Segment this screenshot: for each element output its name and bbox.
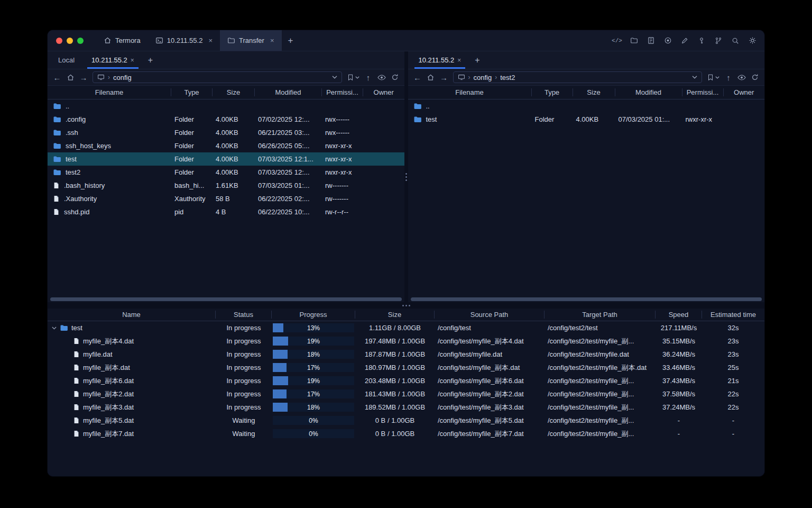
file-row[interactable]: testFolder4.00KB07/03/2025 12:1...rwxr-x… [48, 152, 404, 166]
search-icon[interactable] [731, 36, 740, 46]
close-tab-icon[interactable]: × [457, 57, 461, 64]
column-header-size[interactable]: Size [573, 88, 615, 96]
column-header-permissions[interactable]: Permissi... [682, 88, 724, 96]
close-window-button[interactable] [56, 38, 62, 44]
new-panel-tab-button[interactable]: + [469, 51, 485, 69]
new-tab-button[interactable]: + [282, 30, 300, 51]
log-icon[interactable] [646, 36, 656, 46]
computer-icon [97, 74, 105, 81]
code-icon[interactable]: </> [612, 36, 622, 46]
path-breadcrumb[interactable]: › config [93, 71, 342, 83]
settings-icon[interactable] [748, 36, 757, 46]
file-row[interactable]: sshd.pidpid4 B06/22/2025 10:...rw-r--r-- [48, 205, 404, 219]
file-row[interactable]: test2Folder4.00KB07/03/2025 12:...rwxr-x… [48, 166, 404, 179]
file-row[interactable]: .XauthorityXauthority58 B06/22/2025 02:.… [48, 192, 404, 205]
file-row[interactable]: .configFolder4.00KB07/02/2025 12:...rwx-… [48, 113, 404, 126]
show-hidden-button[interactable] [737, 72, 746, 83]
new-panel-tab-button[interactable]: + [143, 51, 158, 69]
filename-cell: test [408, 115, 532, 124]
path-dropdown-icon[interactable] [332, 76, 337, 79]
column-header-owner[interactable]: Owner [724, 88, 765, 96]
tab-transfer[interactable]: Transfer × [220, 30, 282, 51]
close-tab-icon[interactable]: × [270, 37, 274, 44]
key-icon[interactable] [697, 36, 706, 46]
file-row[interactable]: .sshFolder4.00KB06/21/2025 03:...rwx----… [48, 126, 404, 139]
permissions-cell: rw------- [322, 195, 363, 203]
path-segment[interactable]: test2 [500, 74, 515, 81]
home-button[interactable] [66, 72, 75, 83]
forward-button[interactable]: → [440, 72, 448, 83]
bookmark-button[interactable] [707, 74, 719, 81]
refresh-button[interactable] [391, 72, 399, 83]
home-button[interactable] [427, 72, 435, 83]
transfer-row[interactable]: myfile_副本.datIn progress17%180.97MB / 1.… [48, 361, 764, 374]
tab-local[interactable]: Local [50, 51, 83, 69]
column-header-modified[interactable]: Modified [255, 88, 322, 96]
progress-label: 0% [273, 429, 354, 438]
path-segment[interactable]: config [474, 74, 492, 81]
path-dropdown-icon[interactable] [692, 76, 697, 79]
close-tab-icon[interactable]: × [208, 37, 213, 44]
record-icon[interactable] [663, 36, 672, 46]
close-tab-icon[interactable]: × [131, 57, 134, 64]
tab-termora[interactable]: Termora [96, 30, 148, 51]
up-directory-button[interactable]: ↑ [364, 72, 373, 83]
transfer-row[interactable]: testIn progress13%1.11GB / 8.00GB/config… [48, 321, 764, 334]
column-header-size[interactable]: Size [213, 88, 255, 96]
bookmark-button[interactable] [347, 74, 359, 81]
column-header-owner[interactable]: Owner [363, 88, 404, 96]
path-segment[interactable]: config [113, 74, 132, 81]
column-header-source-path[interactable]: Source Path [435, 311, 545, 319]
minimize-window-button[interactable] [67, 38, 73, 44]
horizontal-scrollbar[interactable] [411, 297, 762, 301]
tab-remote-10-211-55-2[interactable]: 10.211.55.2 × [410, 51, 470, 69]
up-directory-button[interactable]: ↑ [724, 72, 733, 83]
column-header-filename[interactable]: Filename [408, 88, 532, 96]
transfer-item-name: myfile.dat [83, 350, 113, 358]
chevron-down-icon[interactable] [52, 326, 57, 330]
column-header-size[interactable]: Size [355, 311, 435, 319]
column-header-progress[interactable]: Progress [272, 311, 355, 319]
transfer-row[interactable]: myfile_副本4.datIn progress19%197.48MB / 1… [48, 334, 764, 348]
transfer-row[interactable]: myfile_副本6.datIn progress19%203.48MB / 1… [48, 374, 764, 387]
transfer-row[interactable]: myfile_副本5.datWaiting0%0 B / 1.00GB/conf… [48, 414, 764, 427]
pen-icon[interactable] [680, 36, 689, 46]
tab-remote-10-211-55-2[interactable]: 10.211.55.2 × [83, 51, 143, 69]
transfer-row[interactable]: myfile_副本2.datIn progress17%181.43MB / 1… [48, 387, 764, 401]
back-button[interactable]: ← [413, 72, 422, 83]
column-header-type[interactable]: Type [532, 88, 573, 96]
transfer-row[interactable]: myfile.datIn progress18%187.87MB / 1.00G… [48, 348, 764, 361]
vertical-splitter[interactable] [404, 51, 408, 302]
horizontal-scrollbar[interactable] [50, 297, 402, 301]
column-header-speed[interactable]: Speed [656, 311, 702, 319]
column-header-status[interactable]: Status [216, 311, 272, 319]
file-row[interactable]: .. [408, 99, 765, 113]
back-button[interactable]: ← [53, 72, 61, 83]
column-header-target-path[interactable]: Target Path [545, 311, 656, 319]
branch-icon[interactable] [714, 36, 723, 46]
file-row[interactable]: ssh_host_keysFolder4.00KB06/26/2025 05:.… [48, 139, 404, 152]
column-header-modified[interactable]: Modified [615, 88, 682, 96]
folder-icon[interactable] [629, 36, 639, 46]
zoom-window-button[interactable] [77, 38, 84, 44]
column-header-name[interactable]: Name [48, 311, 216, 319]
horizontal-splitter[interactable] [48, 302, 764, 309]
transfer-row[interactable]: myfile_副本3.datIn progress18%189.52MB / 1… [48, 401, 764, 414]
column-header-type[interactable]: Type [171, 88, 213, 96]
splitter-grip-icon [405, 173, 407, 181]
file-row[interactable]: testFolder4.00KB07/03/2025 01:...rwxr-xr… [408, 113, 765, 126]
column-header-permissions[interactable]: Permissi... [322, 88, 363, 96]
tab-host-10-211-55-2[interactable]: 10.211.55.2 × [148, 30, 220, 51]
file-row[interactable]: .bash_historybash_hi...1.61KB07/03/2025 … [48, 179, 404, 192]
show-hidden-button[interactable] [377, 72, 386, 83]
name-cell: test [48, 324, 216, 332]
column-header-filename[interactable]: Filename [48, 88, 171, 96]
transfer-list: testIn progress13%1.11GB / 8.00GB/config… [48, 321, 764, 476]
column-header-estimated-time[interactable]: Estimated time [702, 311, 764, 319]
refresh-button[interactable] [751, 72, 759, 83]
type-cell: bash_hi... [171, 182, 213, 189]
forward-button[interactable]: → [79, 72, 88, 83]
file-row[interactable]: .. [48, 99, 404, 113]
transfer-row[interactable]: myfile_副本7.datWaiting0%0 B / 1.00GB/conf… [48, 427, 764, 440]
path-breadcrumb[interactable]: › config › test2 [453, 71, 703, 83]
